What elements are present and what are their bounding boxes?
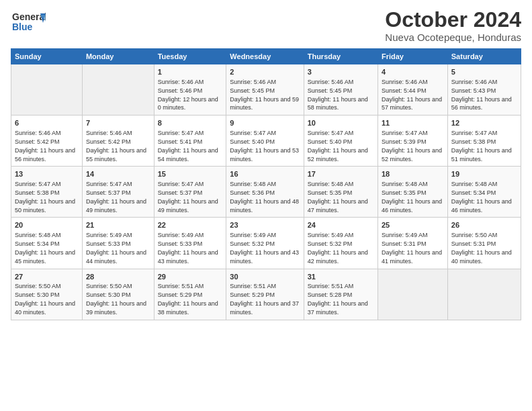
day-number: 31 bbox=[308, 272, 374, 282]
calendar-cell: 12Sunrise: 5:47 AMSunset: 5:38 PMDayligh… bbox=[447, 116, 521, 167]
calendar-cell: 30Sunrise: 5:51 AMSunset: 5:29 PMDayligh… bbox=[226, 269, 304, 320]
day-header-monday: Monday bbox=[82, 49, 154, 64]
calendar-cell: 28Sunrise: 5:50 AMSunset: 5:30 PMDayligh… bbox=[82, 269, 154, 320]
day-number: 13 bbox=[15, 169, 79, 179]
day-number: 19 bbox=[451, 169, 517, 179]
day-number: 27 bbox=[15, 272, 79, 282]
calendar-cell: 25Sunrise: 5:49 AMSunset: 5:31 PMDayligh… bbox=[378, 218, 447, 269]
cell-info: Sunrise: 5:46 AMSunset: 5:42 PMDaylight:… bbox=[15, 130, 75, 162]
sub-title: Nueva Ocotepeque, Honduras bbox=[385, 32, 521, 43]
cell-info: Sunrise: 5:47 AMSunset: 5:38 PMDaylight:… bbox=[15, 181, 75, 213]
day-number: 24 bbox=[308, 220, 374, 230]
calendar-cell: 24Sunrise: 5:49 AMSunset: 5:32 PMDayligh… bbox=[304, 218, 378, 269]
day-number: 4 bbox=[382, 67, 444, 77]
day-number: 7 bbox=[86, 118, 150, 128]
day-number: 22 bbox=[158, 220, 223, 230]
cell-info: Sunrise: 5:49 AMSunset: 5:31 PMDaylight:… bbox=[382, 232, 442, 264]
cell-info: Sunrise: 5:48 AMSunset: 5:35 PMDaylight:… bbox=[382, 181, 442, 213]
calendar-cell bbox=[447, 269, 521, 320]
day-number: 1 bbox=[158, 67, 223, 77]
svg-text:Blue: Blue bbox=[12, 21, 33, 32]
calendar-cell bbox=[82, 64, 154, 116]
calendar-cell: 20Sunrise: 5:48 AMSunset: 5:34 PMDayligh… bbox=[11, 218, 83, 269]
cell-info: Sunrise: 5:48 AMSunset: 5:34 PMDaylight:… bbox=[15, 232, 75, 264]
calendar-table: SundayMondayTuesdayWednesdayThursdayFrid… bbox=[11, 48, 521, 320]
day-number: 6 bbox=[15, 118, 79, 128]
day-header-thursday: Thursday bbox=[304, 49, 378, 64]
day-header-tuesday: Tuesday bbox=[154, 49, 226, 64]
calendar-cell: 3Sunrise: 5:46 AMSunset: 5:45 PMDaylight… bbox=[304, 64, 378, 116]
day-number: 9 bbox=[230, 118, 300, 128]
cell-info: Sunrise: 5:47 AMSunset: 5:39 PMDaylight:… bbox=[382, 130, 442, 162]
day-number: 18 bbox=[382, 169, 444, 179]
cell-info: Sunrise: 5:47 AMSunset: 5:40 PMDaylight:… bbox=[308, 130, 368, 162]
calendar-cell: 18Sunrise: 5:48 AMSunset: 5:35 PMDayligh… bbox=[378, 167, 447, 218]
day-number: 28 bbox=[86, 272, 150, 282]
day-header-sunday: Sunday bbox=[11, 49, 83, 64]
main-title: October 2024 bbox=[385, 8, 521, 32]
calendar-cell: 11Sunrise: 5:47 AMSunset: 5:39 PMDayligh… bbox=[378, 116, 447, 167]
day-number: 3 bbox=[308, 67, 374, 77]
calendar-cell: 14Sunrise: 5:47 AMSunset: 5:37 PMDayligh… bbox=[82, 167, 154, 218]
day-number: 29 bbox=[158, 272, 223, 282]
day-number: 14 bbox=[86, 169, 150, 179]
day-number: 17 bbox=[308, 169, 374, 179]
cell-info: Sunrise: 5:51 AMSunset: 5:29 PMDaylight:… bbox=[230, 283, 299, 315]
calendar-cell: 5Sunrise: 5:46 AMSunset: 5:43 PMDaylight… bbox=[447, 64, 521, 116]
calendar-cell: 1Sunrise: 5:46 AMSunset: 5:46 PMDaylight… bbox=[154, 64, 226, 116]
logo-icon: General Blue bbox=[11, 8, 46, 36]
cell-info: Sunrise: 5:47 AMSunset: 5:37 PMDaylight:… bbox=[86, 181, 146, 213]
day-header-saturday: Saturday bbox=[447, 49, 521, 64]
calendar-cell: 22Sunrise: 5:49 AMSunset: 5:33 PMDayligh… bbox=[154, 218, 226, 269]
calendar-cell: 4Sunrise: 5:46 AMSunset: 5:44 PMDaylight… bbox=[378, 64, 447, 116]
day-header-friday: Friday bbox=[378, 49, 447, 64]
calendar-cell: 26Sunrise: 5:50 AMSunset: 5:31 PMDayligh… bbox=[447, 218, 521, 269]
day-number: 21 bbox=[86, 220, 150, 230]
cell-info: Sunrise: 5:46 AMSunset: 5:43 PMDaylight:… bbox=[451, 79, 512, 111]
calendar-cell: 8Sunrise: 5:47 AMSunset: 5:41 PMDaylight… bbox=[154, 116, 226, 167]
cell-info: Sunrise: 5:48 AMSunset: 5:36 PMDaylight:… bbox=[230, 181, 299, 213]
cell-info: Sunrise: 5:50 AMSunset: 5:30 PMDaylight:… bbox=[15, 283, 75, 315]
cell-info: Sunrise: 5:49 AMSunset: 5:32 PMDaylight:… bbox=[308, 232, 368, 264]
calendar-cell: 17Sunrise: 5:48 AMSunset: 5:35 PMDayligh… bbox=[304, 167, 378, 218]
calendar-cell bbox=[11, 64, 83, 116]
calendar-cell: 21Sunrise: 5:49 AMSunset: 5:33 PMDayligh… bbox=[82, 218, 154, 269]
day-number: 23 bbox=[230, 220, 300, 230]
cell-info: Sunrise: 5:49 AMSunset: 5:33 PMDaylight:… bbox=[158, 232, 218, 264]
calendar-cell: 27Sunrise: 5:50 AMSunset: 5:30 PMDayligh… bbox=[11, 269, 83, 320]
calendar-cell: 15Sunrise: 5:47 AMSunset: 5:37 PMDayligh… bbox=[154, 167, 226, 218]
title-block: October 2024 Nueva Ocotepeque, Honduras bbox=[385, 8, 521, 43]
day-number: 15 bbox=[158, 169, 223, 179]
cell-info: Sunrise: 5:46 AMSunset: 5:44 PMDaylight:… bbox=[382, 79, 442, 111]
calendar-cell: 7Sunrise: 5:46 AMSunset: 5:42 PMDaylight… bbox=[82, 116, 154, 167]
cell-info: Sunrise: 5:48 AMSunset: 5:35 PMDaylight:… bbox=[308, 181, 368, 213]
day-number: 8 bbox=[158, 118, 223, 128]
cell-info: Sunrise: 5:47 AMSunset: 5:40 PMDaylight:… bbox=[230, 130, 299, 162]
cell-info: Sunrise: 5:51 AMSunset: 5:28 PMDaylight:… bbox=[308, 283, 368, 315]
svg-text:General: General bbox=[12, 11, 46, 22]
calendar-cell: 23Sunrise: 5:49 AMSunset: 5:32 PMDayligh… bbox=[226, 218, 304, 269]
cell-info: Sunrise: 5:46 AMSunset: 5:45 PMDaylight:… bbox=[308, 79, 368, 111]
cell-info: Sunrise: 5:49 AMSunset: 5:32 PMDaylight:… bbox=[230, 232, 299, 264]
day-number: 10 bbox=[308, 118, 374, 128]
cell-info: Sunrise: 5:51 AMSunset: 5:29 PMDaylight:… bbox=[158, 283, 218, 315]
calendar-cell: 2Sunrise: 5:46 AMSunset: 5:45 PMDaylight… bbox=[226, 64, 304, 116]
cell-info: Sunrise: 5:46 AMSunset: 5:45 PMDaylight:… bbox=[230, 79, 299, 111]
cell-info: Sunrise: 5:49 AMSunset: 5:33 PMDaylight:… bbox=[86, 232, 146, 264]
day-number: 2 bbox=[230, 67, 300, 77]
cell-info: Sunrise: 5:48 AMSunset: 5:34 PMDaylight:… bbox=[451, 181, 512, 213]
day-header-wednesday: Wednesday bbox=[226, 49, 304, 64]
day-number: 16 bbox=[230, 169, 300, 179]
cell-info: Sunrise: 5:47 AMSunset: 5:38 PMDaylight:… bbox=[451, 130, 512, 162]
calendar-cell: 16Sunrise: 5:48 AMSunset: 5:36 PMDayligh… bbox=[226, 167, 304, 218]
day-number: 25 bbox=[382, 220, 444, 230]
cell-info: Sunrise: 5:50 AMSunset: 5:30 PMDaylight:… bbox=[86, 283, 146, 315]
calendar-cell: 29Sunrise: 5:51 AMSunset: 5:29 PMDayligh… bbox=[154, 269, 226, 320]
cell-info: Sunrise: 5:47 AMSunset: 5:37 PMDaylight:… bbox=[158, 181, 218, 213]
cell-info: Sunrise: 5:46 AMSunset: 5:46 PMDaylight:… bbox=[158, 79, 218, 111]
calendar-cell: 31Sunrise: 5:51 AMSunset: 5:28 PMDayligh… bbox=[304, 269, 378, 320]
cell-info: Sunrise: 5:50 AMSunset: 5:31 PMDaylight:… bbox=[451, 232, 512, 264]
day-number: 11 bbox=[382, 118, 444, 128]
calendar-cell bbox=[378, 269, 447, 320]
day-number: 20 bbox=[15, 220, 79, 230]
